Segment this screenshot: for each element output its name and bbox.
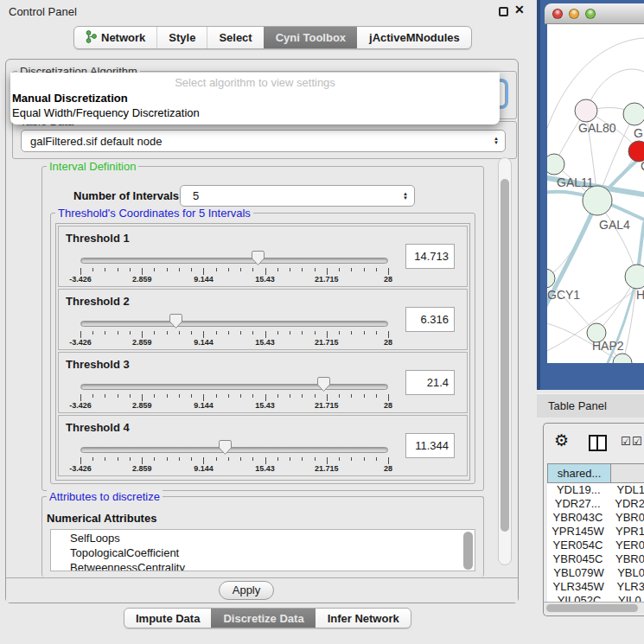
ruler-tick bbox=[228, 268, 229, 271]
table-row[interactable]: YBR043CYBR0 bbox=[547, 511, 644, 525]
table-hscrollbar-thumb[interactable] bbox=[546, 604, 638, 612]
table-data-combobox[interactable]: galFiltered.sif default node ▲▼ bbox=[21, 130, 506, 152]
table-row[interactable]: YER054CYER0 bbox=[547, 539, 644, 552]
dropdown-option-manual-discretization[interactable]: Manual Discretization bbox=[10, 91, 500, 105]
cell-shared-name[interactable]: YBR045C bbox=[547, 552, 609, 566]
slider-track[interactable] bbox=[80, 258, 388, 264]
tab-network[interactable]: Network bbox=[74, 27, 156, 48]
slider-thumb[interactable] bbox=[316, 376, 331, 392]
apply-button[interactable]: Apply bbox=[219, 581, 274, 600]
node-h[interactable] bbox=[625, 265, 644, 289]
zoom-traffic-light-icon[interactable] bbox=[585, 9, 596, 19]
cell-shared-name[interactable]: YDL19... bbox=[547, 483, 609, 497]
node-gal4[interactable] bbox=[583, 186, 612, 215]
cell-name[interactable]: YDL1 bbox=[609, 483, 644, 497]
slider-thumb[interactable] bbox=[169, 313, 183, 329]
ruler-tick bbox=[376, 457, 377, 461]
cell-name[interactable]: YPR1 bbox=[609, 525, 644, 539]
cell-shared-name[interactable]: YBL079W bbox=[547, 566, 610, 580]
table-row[interactable]: YPR145WYPR1 bbox=[547, 525, 644, 539]
checkbox-icon[interactable]: ☑ bbox=[632, 435, 642, 448]
list-item[interactable]: TopologicalCoefficient bbox=[51, 545, 475, 560]
close-traffic-light-icon[interactable] bbox=[552, 9, 563, 19]
cell-name[interactable]: YIL0 bbox=[611, 594, 641, 602]
gear-icon[interactable]: ⚙ bbox=[554, 430, 569, 450]
cell-name[interactable]: YBR0 bbox=[609, 552, 644, 566]
table-row[interactable]: YBR045CYBR0 bbox=[547, 552, 644, 566]
cell-name[interactable]: YLR3 bbox=[609, 580, 644, 594]
split-table-icon[interactable] bbox=[589, 435, 607, 451]
threshold-value-field[interactable]: 14.713 bbox=[405, 244, 455, 269]
slider-track[interactable] bbox=[80, 384, 388, 390]
table-row[interactable]: YDR27...YDR2 bbox=[547, 497, 644, 511]
ruler-tick bbox=[376, 331, 377, 335]
table-row[interactable]: YLR345WYLR3 bbox=[547, 580, 644, 594]
ruler-tick bbox=[179, 394, 180, 398]
threshold-value-field[interactable]: 6.316 bbox=[405, 307, 455, 332]
table-hscrollbar[interactable] bbox=[544, 602, 644, 613]
threshold-value-field[interactable]: 11.344 bbox=[405, 433, 455, 458]
number-of-intervals-combobox[interactable]: 5 ▲▼ bbox=[180, 185, 415, 207]
panel-scrollbar[interactable] bbox=[498, 157, 512, 565]
tab-style[interactable]: Style bbox=[156, 27, 207, 48]
table-row[interactable]: YBL079WYBL0 bbox=[547, 566, 644, 580]
panel-scrollbar-thumb[interactable] bbox=[501, 179, 509, 532]
close-icon[interactable]: ✕ bbox=[514, 3, 525, 16]
ruler-tick bbox=[277, 394, 278, 398]
node-gal11[interactable] bbox=[547, 154, 564, 175]
threshold-row: Threshold 3 21.4 -3.4262.8599.14415.4321… bbox=[58, 352, 468, 413]
cell-shared-name[interactable]: YDR27... bbox=[547, 497, 608, 511]
tab-impute-data[interactable]: Impute Data bbox=[124, 609, 211, 628]
cell-name[interactable]: YDR2 bbox=[608, 497, 644, 511]
slider-track[interactable] bbox=[80, 447, 388, 453]
panel-title: Control Panel bbox=[9, 5, 77, 18]
network-canvas[interactable]: GAL80 G C GAL11 GAL4 GCY1 H HAP2 bbox=[547, 24, 644, 363]
ruler-tick bbox=[388, 268, 389, 275]
cell-shared-name[interactable]: YIL052C bbox=[547, 594, 611, 602]
list-scrollbar-thumb[interactable] bbox=[463, 532, 473, 570]
cell-shared-name[interactable]: YBR043C bbox=[547, 511, 609, 525]
ruler-tick-label: 21.715 bbox=[315, 275, 339, 284]
tab-cyni-toolbox[interactable]: Cyni Toolbox bbox=[264, 27, 357, 48]
node-label-gal11: GAL11 bbox=[557, 175, 594, 189]
list-item[interactable]: SelfLoops bbox=[51, 531, 475, 545]
threshold-value-field[interactable]: 21.4 bbox=[405, 370, 455, 395]
slider-thumb[interactable] bbox=[251, 250, 265, 266]
column-header-shared[interactable]: shared... bbox=[547, 463, 611, 483]
cell-name[interactable]: YBL0 bbox=[610, 566, 644, 580]
ruler-tick bbox=[80, 457, 81, 464]
tab-discretize-data[interactable]: Discretize Data bbox=[211, 609, 315, 628]
threshold-row: Threshold 4 11.344 -3.4262.8599.14415.43… bbox=[58, 415, 468, 476]
slider-track[interactable] bbox=[80, 321, 388, 327]
table-row[interactable]: YIL052CYIL0 bbox=[547, 594, 644, 602]
slider-thumb[interactable] bbox=[218, 439, 233, 456]
list-item[interactable]: BetweennessCentrality bbox=[51, 560, 475, 571]
minimize-traffic-light-icon[interactable] bbox=[569, 9, 579, 19]
node-gal80[interactable] bbox=[575, 99, 597, 122]
checkbox-icon[interactable]: ☑ bbox=[621, 435, 631, 448]
float-window-icon[interactable] bbox=[499, 7, 508, 16]
dropdown-hint: Select algorithm to view settings bbox=[10, 73, 500, 91]
cell-shared-name[interactable]: YER054C bbox=[547, 539, 609, 552]
node-g[interactable] bbox=[623, 103, 644, 125]
network-window-titlebar[interactable] bbox=[545, 3, 644, 24]
ruler-tick bbox=[179, 331, 180, 335]
numerical-attributes-list[interactable]: SelfLoopsTopologicalCoefficientBetweenne… bbox=[50, 529, 475, 571]
cell-shared-name[interactable]: YPR145W bbox=[547, 525, 609, 539]
ruler-tick bbox=[302, 268, 303, 271]
ruler-tick bbox=[315, 268, 316, 271]
tab-jactivemnodules[interactable]: jActiveMNodules bbox=[357, 27, 471, 48]
tab-select[interactable]: Select bbox=[207, 27, 263, 48]
column-header-name[interactable]: n bbox=[611, 463, 644, 483]
cell-name[interactable]: YBR0 bbox=[609, 511, 644, 525]
bottom-tab-bar: Impute Data Discretize Data Infer Networ… bbox=[124, 608, 411, 628]
cell-name[interactable]: YER0 bbox=[609, 539, 644, 552]
ruler-tick bbox=[339, 394, 340, 398]
table-row[interactable]: YDL19...YDL1 bbox=[547, 483, 644, 497]
cell-shared-name[interactable]: YLR345W bbox=[547, 580, 609, 594]
table-rows[interactable]: YDL19...YDL1YDR27...YDR2YBR043CYBR0YPR14… bbox=[547, 483, 644, 602]
tab-infer-network[interactable]: Infer Network bbox=[316, 609, 411, 628]
ruler-tick bbox=[252, 331, 253, 335]
ruler-tick bbox=[154, 268, 155, 271]
dropdown-option-equal-width-frequency[interactable]: Equal Width/Frequency Discretization bbox=[10, 105, 500, 120]
